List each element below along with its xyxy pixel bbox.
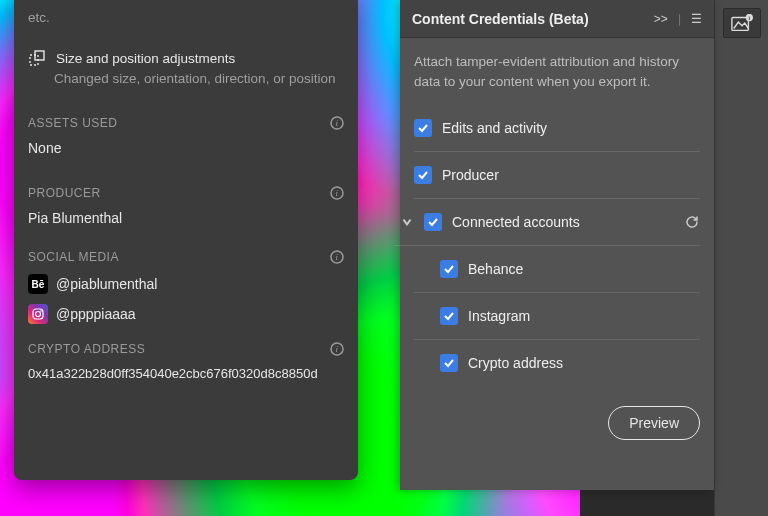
behance-icon: Bē bbox=[28, 274, 48, 294]
option-label: Behance bbox=[468, 261, 523, 277]
checkbox-checked-icon[interactable] bbox=[440, 354, 458, 372]
option-crypto[interactable]: Crypto address bbox=[414, 340, 700, 386]
svg-rect-4 bbox=[35, 51, 44, 60]
svg-text:i: i bbox=[335, 188, 338, 198]
option-edits[interactable]: Edits and activity bbox=[414, 105, 700, 152]
option-instagram[interactable]: Instagram bbox=[414, 293, 700, 340]
panel-menu-icon[interactable]: ☰ bbox=[691, 12, 702, 26]
instagram-icon bbox=[28, 304, 48, 324]
crypto-address: 0x41a322b28d0ff354040e2cbc676f0320d8c885… bbox=[28, 366, 344, 381]
panel-title: Content Credentials (Beta) bbox=[412, 11, 589, 27]
credentials-summary-panel: etc. Size and position adjustments Chang… bbox=[14, 0, 358, 480]
option-connected[interactable]: Connected accounts bbox=[394, 199, 700, 246]
adjust-title: Size and position adjustments bbox=[56, 51, 235, 66]
option-label: Crypto address bbox=[468, 355, 563, 371]
image-info-icon: i bbox=[731, 14, 753, 32]
svg-text:i: i bbox=[335, 118, 338, 128]
properties-panel-button[interactable]: i bbox=[723, 8, 761, 38]
checkbox-checked-icon[interactable] bbox=[424, 213, 442, 231]
option-producer[interactable]: Producer bbox=[414, 152, 700, 199]
lower-canvas-strip bbox=[580, 490, 714, 516]
svg-point-13 bbox=[40, 310, 42, 312]
assets-value: None bbox=[28, 140, 344, 156]
checkbox-checked-icon[interactable] bbox=[414, 119, 432, 137]
adjust-subtitle: Changed size, orientation, direction, or… bbox=[54, 71, 344, 86]
producer-header: PRODUCER bbox=[28, 186, 101, 200]
social-instagram-row[interactable]: @ppppiaaaa bbox=[28, 304, 344, 324]
info-icon[interactable]: i bbox=[330, 186, 344, 200]
option-label: Producer bbox=[442, 167, 499, 183]
checkbox-checked-icon[interactable] bbox=[414, 166, 432, 184]
option-label: Instagram bbox=[468, 308, 530, 324]
info-icon[interactable]: i bbox=[330, 250, 344, 264]
option-behance[interactable]: Behance bbox=[414, 246, 700, 293]
right-tool-rail: i bbox=[714, 0, 768, 516]
svg-text:i: i bbox=[335, 252, 338, 262]
refresh-icon[interactable] bbox=[684, 214, 700, 230]
chevron-down-icon[interactable] bbox=[400, 215, 414, 229]
social-handle: @ppppiaaaa bbox=[56, 306, 136, 322]
assets-header: ASSETS USED bbox=[28, 116, 118, 130]
producer-value: Pia Blumenthal bbox=[28, 210, 344, 226]
crypto-header: CRYPTO ADDRESS bbox=[28, 342, 145, 356]
panel-header: Content Credentials (Beta) >> | ☰ bbox=[400, 0, 714, 38]
truncated-text: etc. bbox=[28, 10, 344, 25]
svg-point-12 bbox=[36, 312, 41, 317]
adjust-icon bbox=[28, 49, 46, 67]
social-handle: @piablumenthal bbox=[56, 276, 157, 292]
panel-description: Attach tamper-evident attribution and hi… bbox=[414, 52, 700, 91]
svg-text:i: i bbox=[335, 344, 338, 354]
option-label: Connected accounts bbox=[452, 214, 580, 230]
social-behance-row[interactable]: Bē @piablumenthal bbox=[28, 274, 344, 294]
collapse-icon[interactable]: >> bbox=[654, 12, 668, 26]
info-icon[interactable]: i bbox=[330, 342, 344, 356]
content-credentials-panel: Content Credentials (Beta) >> | ☰ Attach… bbox=[400, 0, 714, 490]
option-label: Edits and activity bbox=[442, 120, 547, 136]
checkbox-checked-icon[interactable] bbox=[440, 260, 458, 278]
preview-button[interactable]: Preview bbox=[608, 406, 700, 440]
social-header: SOCIAL MEDIA bbox=[28, 250, 119, 264]
checkbox-checked-icon[interactable] bbox=[440, 307, 458, 325]
info-icon[interactable]: i bbox=[330, 116, 344, 130]
